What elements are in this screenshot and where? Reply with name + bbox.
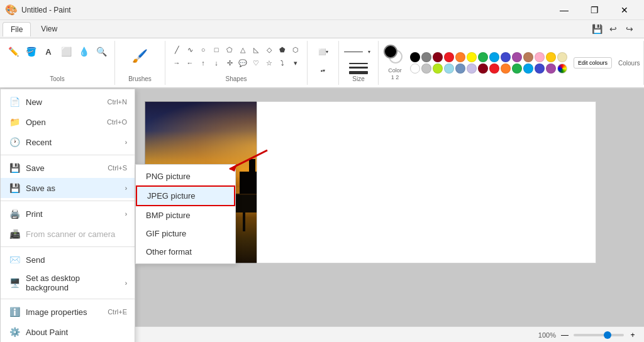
size-dropdown[interactable]: ▾ xyxy=(365,44,373,60)
palette-violet[interactable] xyxy=(546,63,556,74)
submenu-gif[interactable]: GIF picture xyxy=(136,224,235,243)
zoom-in-button[interactable]: + xyxy=(628,330,638,340)
submenu-other[interactable]: Other format xyxy=(136,243,235,261)
rarrow-shape[interactable]: → xyxy=(170,57,183,69)
zoom-out-button[interactable]: — xyxy=(560,330,570,340)
palette-green[interactable] xyxy=(478,52,488,62)
menu-properties[interactable]: ℹ️ Image properties Ctrl+E xyxy=(1,302,135,322)
uarrow-shape[interactable]: ↑ xyxy=(197,57,209,69)
palette-skyblue[interactable] xyxy=(444,63,454,74)
oval-shape[interactable]: ○ xyxy=(197,43,209,56)
color-selectors: Color1 2 xyxy=(384,45,406,81)
menu-saveas[interactable]: 💾 Save as › xyxy=(1,178,135,198)
menu-recent[interactable]: 🕐 Recent › xyxy=(1,132,135,152)
palette-orange2[interactable] xyxy=(501,63,511,74)
more-shapes[interactable]: ▾ xyxy=(289,57,302,69)
curve-shape[interactable]: ∿ xyxy=(184,43,196,56)
menu-send[interactable]: ✉️ Send xyxy=(1,250,135,270)
star-shape[interactable]: ☆ xyxy=(263,57,275,69)
triangle-shape[interactable]: △ xyxy=(236,43,249,56)
pencil-tool[interactable]: ✏️ xyxy=(5,43,21,60)
shapes-group: ╱ ∿ ○ □ ⬠ △ ◺ ◇ ⬟ ⬡ → ← ↑ ↓ ✢ 💬 ♡ ☆ ⤵ ▾ xyxy=(165,41,308,85)
eyedropper-tool[interactable]: 💧 xyxy=(75,43,92,60)
titlebar: 🎨 Untitled - Paint — ❐ ✕ xyxy=(0,0,644,20)
redo-button[interactable]: ↪ xyxy=(623,22,636,36)
ribbon-content: ✏️ 🪣 A ⬜ 💧 🔍 Tools 🖌️ Brushes ╱ ∿ ○ □ ⬠ … xyxy=(0,38,644,88)
menu-save[interactable]: 💾 Save Ctrl+S xyxy=(1,158,135,178)
palette-red2[interactable] xyxy=(489,63,499,74)
eraser-tool[interactable]: ⬜ xyxy=(58,43,74,60)
fourway-shape[interactable]: ✢ xyxy=(223,57,236,69)
palette-brown[interactable] xyxy=(523,52,533,62)
submenu-jpeg[interactable]: JPEG picture xyxy=(136,185,235,206)
larrow-shape[interactable]: ← xyxy=(184,57,196,69)
palette-lime[interactable] xyxy=(433,63,443,74)
properties-icon: ℹ️ xyxy=(8,306,21,318)
diamond-shape[interactable]: ◇ xyxy=(263,43,275,56)
scroll-shape[interactable]: ⤵ xyxy=(276,57,289,69)
darrow-shape[interactable]: ↓ xyxy=(210,57,223,69)
brush-button[interactable]: 🖌️ xyxy=(128,43,153,69)
file-menu: 📄 New Ctrl+N 📁 Open Ctrl+O 🕐 Recent › 💾 … xyxy=(0,89,135,342)
fill-button[interactable]: ▪▾ xyxy=(315,62,331,79)
palette-yellow[interactable] xyxy=(467,52,477,62)
palette-cream[interactable] xyxy=(557,52,567,62)
tab-file[interactable]: File xyxy=(3,22,31,36)
zoom-slider[interactable] xyxy=(574,334,624,336)
print-icon: 🖨️ xyxy=(8,207,21,220)
rtriangle-shape[interactable]: ◺ xyxy=(250,43,262,56)
palette-blue2[interactable] xyxy=(535,63,545,74)
maximize-button[interactable]: ❐ xyxy=(580,0,609,20)
palette-row1 xyxy=(410,52,567,62)
palette-lgray[interactable] xyxy=(421,63,431,74)
palette-purple[interactable] xyxy=(512,52,522,62)
menu-desktop[interactable]: 🖥️ Set as desktop background › xyxy=(1,270,135,296)
palette-black[interactable] xyxy=(410,52,420,62)
pentagon-shape[interactable]: ⬟ xyxy=(276,43,289,56)
poly-shape[interactable]: ⬠ xyxy=(223,43,236,56)
zoom-controls: 100% — + xyxy=(538,330,638,340)
palette-maroon[interactable] xyxy=(478,63,488,74)
save-quick-button[interactable]: 💾 xyxy=(590,22,604,36)
palette-blue[interactable] xyxy=(489,52,499,62)
minimize-button[interactable]: — xyxy=(550,0,579,20)
palette-steelblue[interactable] xyxy=(455,63,465,74)
palette-white[interactable] xyxy=(410,63,420,74)
zoom-thumb[interactable] xyxy=(604,331,611,339)
rect-shape[interactable]: □ xyxy=(210,43,223,56)
size-lines: ▾ xyxy=(344,43,373,74)
undo-button[interactable]: ↩ xyxy=(606,22,620,36)
close-button[interactable]: ✕ xyxy=(610,0,639,20)
submenu-bmp[interactable]: BMP picture xyxy=(136,206,235,224)
palette-rainbow[interactable] xyxy=(557,63,567,74)
palette-indigo[interactable] xyxy=(501,52,511,62)
submenu-png[interactable]: PNG picture xyxy=(136,167,235,185)
magnifier-tool[interactable]: 🔍 xyxy=(93,43,109,60)
menu-new[interactable]: 📄 New Ctrl+N xyxy=(1,92,135,112)
line-shape[interactable]: ╱ xyxy=(170,43,183,56)
palette-darkred[interactable] xyxy=(433,52,443,62)
menu-open[interactable]: 📁 Open Ctrl+O xyxy=(1,112,135,132)
palette-gold[interactable] xyxy=(546,52,556,62)
fill-tool[interactable]: 🪣 xyxy=(23,43,39,60)
menu-print[interactable]: 🖨️ Print › xyxy=(1,204,135,224)
edit-colors-button[interactable]: Edit colours xyxy=(574,57,612,69)
palette-cyan[interactable] xyxy=(523,63,533,74)
saveas-icon: 💾 xyxy=(8,182,21,194)
palette-lavender[interactable] xyxy=(467,63,477,74)
menu-about[interactable]: ⚙️ About Paint xyxy=(1,322,135,342)
palette-pink[interactable] xyxy=(535,52,545,62)
text-tool[interactable]: A xyxy=(40,43,57,60)
size-line-1 xyxy=(344,52,363,52)
outline-button[interactable]: ⬜▾ xyxy=(315,43,331,60)
hexagon-shape[interactable]: ⬡ xyxy=(289,43,302,56)
menu-open-shortcut: Ctrl+O xyxy=(107,118,127,126)
palette-green2[interactable] xyxy=(512,63,522,74)
palette-red[interactable] xyxy=(444,52,454,62)
tab-view[interactable]: View xyxy=(33,22,65,36)
callout-shape[interactable]: 💬 xyxy=(236,57,249,69)
menu-desktop-label: Set as desktop background xyxy=(26,273,120,292)
palette-gray[interactable] xyxy=(421,52,431,62)
palette-orange[interactable] xyxy=(455,52,465,62)
heart-shape[interactable]: ♡ xyxy=(250,57,262,69)
